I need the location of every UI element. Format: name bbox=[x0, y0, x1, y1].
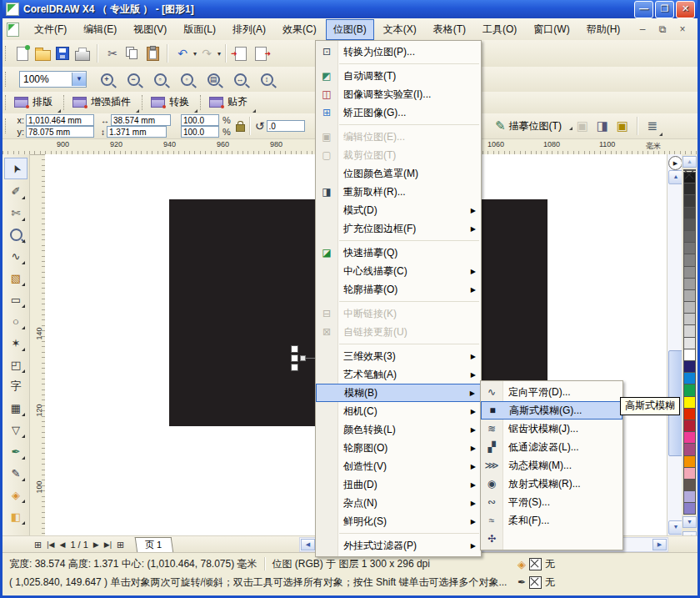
menu-item[interactable]: ◩自动调整(T) bbox=[316, 67, 481, 85]
copy-button[interactable] bbox=[122, 43, 142, 63]
options-icon[interactable]: ≣ bbox=[642, 116, 662, 136]
zoom-all-button[interactable]: ◦ bbox=[177, 69, 197, 89]
toolbar-group[interactable]: 增强插件 bbox=[71, 93, 139, 113]
menu-item[interactable]: 轮廓图(O)▶ bbox=[316, 439, 481, 457]
menu-item[interactable]: 艺术笔触(A)▶ bbox=[316, 365, 481, 384]
color-swatch[interactable] bbox=[683, 361, 696, 373]
close-button[interactable]: ✕ bbox=[676, 1, 695, 18]
submenu-item[interactable]: ■高斯式模糊(G)... bbox=[481, 401, 622, 420]
menu-item[interactable]: 外挂式过滤器(P)▶ bbox=[316, 536, 481, 555]
toolbar-grip[interactable] bbox=[142, 95, 145, 110]
chevron-down-icon[interactable]: ▾ bbox=[218, 50, 221, 58]
eyedropper-tool[interactable]: ✒ bbox=[5, 441, 27, 461]
last-page-icon[interactable]: ▶| bbox=[104, 540, 112, 549]
color-swatch[interactable] bbox=[683, 325, 696, 337]
zoom-width-button[interactable]: ↔ bbox=[230, 69, 250, 89]
no-color-swatch[interactable] bbox=[683, 169, 696, 171]
color-swatch[interactable] bbox=[683, 208, 696, 219]
first-page-icon[interactable]: |◀ bbox=[47, 540, 54, 549]
menu-item[interactable]: ⊡转换为位图(P)... bbox=[316, 43, 481, 61]
text-tool[interactable]: 字 bbox=[5, 376, 27, 396]
menu-item[interactable]: 杂点(N)▶ bbox=[316, 494, 481, 512]
zoom-selected-button[interactable]: ▫ bbox=[150, 69, 170, 89]
color-swatch[interactable] bbox=[683, 243, 696, 254]
color-swatch[interactable] bbox=[683, 420, 696, 432]
menubar-item[interactable]: 文本(X) bbox=[376, 19, 424, 40]
selection-handle[interactable] bbox=[291, 354, 298, 362]
object-height-field[interactable]: 1.371 mm bbox=[107, 126, 167, 138]
submenu-item[interactable]: ⋙动态模糊(M)... bbox=[481, 456, 622, 475]
color-swatch[interactable] bbox=[683, 409, 696, 420]
scroll-left-icon[interactable]: ◀ bbox=[301, 539, 315, 550]
page-tab[interactable]: 页 1 bbox=[135, 537, 174, 553]
save-button[interactable] bbox=[52, 43, 72, 63]
scale-h-field[interactable]: 100.0 bbox=[181, 114, 219, 126]
menubar-item[interactable]: 帮助(H) bbox=[579, 19, 628, 40]
doc-minimize-button[interactable]: – bbox=[636, 23, 649, 35]
menubar-item[interactable]: 文件(F) bbox=[27, 19, 74, 40]
zoom-height-button[interactable]: ↕ bbox=[257, 69, 277, 89]
freehand-tool[interactable]: ∿ bbox=[5, 246, 27, 266]
submenu-item[interactable]: ≈柔和(F)... bbox=[481, 511, 622, 530]
open-button[interactable] bbox=[32, 43, 52, 63]
color-swatch[interactable] bbox=[683, 491, 696, 503]
zoom-out-button[interactable]: − bbox=[123, 69, 143, 89]
new-button[interactable] bbox=[12, 43, 32, 63]
color-swatch[interactable] bbox=[683, 503, 696, 515]
document-icon[interactable] bbox=[7, 23, 19, 37]
color-swatch[interactable] bbox=[683, 456, 696, 468]
zoom-tool[interactable] bbox=[5, 224, 27, 244]
vertical-ruler[interactable]: 1401201008060 bbox=[30, 154, 46, 535]
submenu-item[interactable]: ✣ bbox=[481, 530, 622, 548]
smart-fill-tool[interactable]: ▧ bbox=[5, 268, 27, 288]
trace-bitmap-button[interactable]: ✎ 描摹位图(T) bbox=[490, 117, 567, 135]
menubar-item[interactable]: 位图(B) bbox=[326, 19, 374, 40]
restore-button[interactable]: ❐ bbox=[655, 1, 674, 18]
redo-button[interactable]: ↷ bbox=[197, 43, 217, 63]
color-swatch[interactable] bbox=[683, 480, 696, 491]
toolbar-grip[interactable] bbox=[5, 46, 8, 61]
add-page-icon[interactable]: ⊞ bbox=[34, 540, 42, 550]
prev-page-icon[interactable]: ◀ bbox=[59, 540, 65, 549]
menu-item[interactable]: ⊞矫正图像(G)... bbox=[316, 103, 481, 122]
export-button[interactable] bbox=[251, 43, 271, 63]
toolbar-grip[interactable] bbox=[63, 95, 67, 110]
submenu-item[interactable]: ◉放射式模糊(R)... bbox=[481, 475, 622, 493]
color-swatch[interactable] bbox=[683, 302, 696, 314]
color-swatch[interactable] bbox=[683, 267, 696, 279]
menu-item[interactable]: 鲜明化(S)▶ bbox=[316, 512, 481, 530]
paste-button[interactable] bbox=[142, 43, 162, 63]
palette-scroll-down-icon[interactable]: ▼ bbox=[682, 516, 697, 528]
menu-item[interactable]: 创造性(V)▶ bbox=[316, 457, 481, 475]
minimize-button[interactable]: — bbox=[634, 1, 653, 18]
color-swatch[interactable] bbox=[683, 219, 696, 231]
import-button[interactable] bbox=[231, 43, 251, 63]
resample-icon[interactable]: ◨ bbox=[592, 116, 612, 136]
menubar-item[interactable]: 表格(T) bbox=[426, 19, 473, 40]
zoom-in-button[interactable]: + bbox=[97, 69, 117, 89]
toolbar-group[interactable]: 贴齐 bbox=[208, 93, 256, 113]
toolbar-group[interactable]: 转换 bbox=[149, 93, 198, 113]
menu-item[interactable]: ◪快速描摹(Q) bbox=[316, 244, 481, 262]
color-swatch[interactable] bbox=[683, 290, 696, 302]
color-swatch[interactable] bbox=[683, 432, 696, 444]
submenu-item[interactable]: ≋锯齿状模糊(J)... bbox=[481, 420, 622, 438]
menubar-item[interactable]: 编辑(E) bbox=[76, 19, 124, 40]
rectangle-tool[interactable]: ▭ bbox=[5, 289, 27, 309]
menu-item[interactable]: 扩充位图边框(F)▶ bbox=[316, 219, 481, 238]
menu-item[interactable]: 中心线描摹(C)▶ bbox=[316, 262, 481, 280]
menubar-item[interactable]: 排列(A) bbox=[225, 19, 273, 40]
menubar-item[interactable]: 窗口(W) bbox=[526, 19, 577, 40]
bitmap-border-icon[interactable]: ▣ bbox=[612, 116, 632, 136]
menu-item[interactable]: 模式(D)▶ bbox=[316, 201, 481, 219]
scroll-right-icon[interactable]: ▶ bbox=[652, 539, 667, 550]
pick-tool[interactable]: ➤ bbox=[4, 158, 28, 179]
menu-item[interactable]: 颜色转换(L)▶ bbox=[316, 420, 481, 439]
menu-item[interactable]: 模糊(B)▶ bbox=[316, 384, 481, 402]
x-position-field[interactable]: 1,010.464 mm bbox=[26, 114, 94, 126]
zoom-level-combo[interactable]: 100% ▼ bbox=[19, 71, 87, 88]
palette-scroll-up-icon[interactable]: ▲ bbox=[682, 156, 697, 168]
menubar-item[interactable]: 视图(V) bbox=[126, 19, 174, 40]
menu-item[interactable]: ◨重新取样(R)... bbox=[316, 183, 481, 201]
basic-shapes-tool[interactable]: ◰ bbox=[5, 354, 27, 374]
